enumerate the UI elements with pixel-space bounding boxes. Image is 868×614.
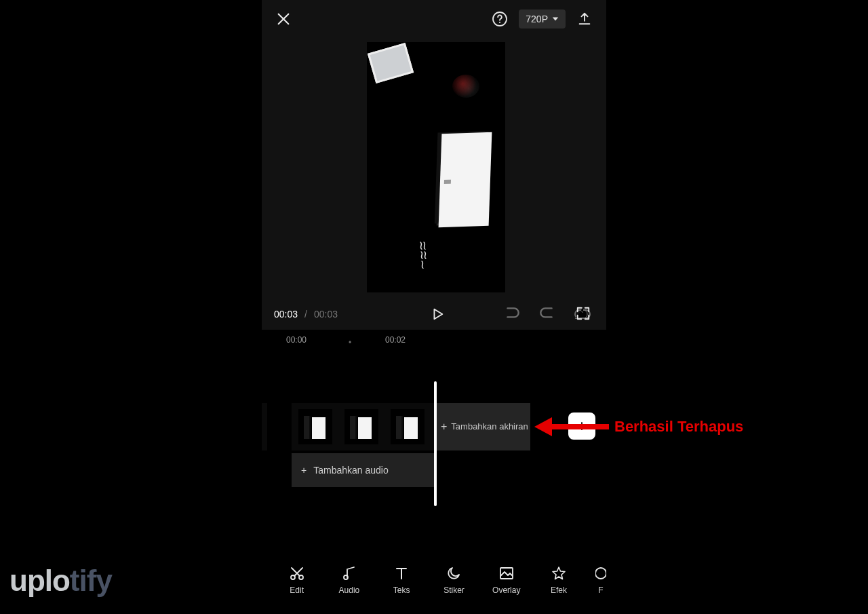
video-preview[interactable]: ≀≀≀≀≀ bbox=[367, 42, 505, 292]
tab-label: Edit bbox=[290, 586, 304, 595]
editor-pane: 720P ≀≀≀≀≀ 00:03 / 00:03 bbox=[262, 0, 606, 614]
total-time: 00:03 bbox=[314, 309, 338, 320]
video-clip[interactable] bbox=[292, 403, 434, 450]
tab-edit[interactable]: Edit bbox=[281, 565, 313, 595]
tab-label: F bbox=[598, 586, 603, 595]
tab-text[interactable]: Teks bbox=[386, 565, 418, 595]
undo-button[interactable] bbox=[503, 304, 522, 323]
clip-thumbnail bbox=[298, 409, 332, 444]
timeline[interactable]: + Tambahkan akhiran + + Tambahkan audio bbox=[262, 380, 606, 506]
plus-icon: + bbox=[577, 417, 587, 436]
image-icon bbox=[498, 565, 515, 581]
export-button[interactable] bbox=[575, 9, 594, 28]
export-icon bbox=[577, 12, 592, 26]
chevron-down-icon bbox=[552, 16, 559, 22]
tab-label: Audio bbox=[339, 586, 360, 595]
bottom-toolbar: Edit Audio Teks Stiker Overlay Efek F bbox=[262, 556, 606, 604]
text-icon bbox=[393, 565, 410, 581]
preview-object: ≀≀≀≀≀ bbox=[418, 239, 441, 283]
help-button[interactable] bbox=[490, 9, 509, 28]
current-time: 00:03 bbox=[274, 309, 298, 320]
add-ending-label: Tambahkan akhiran bbox=[451, 421, 528, 432]
preview-panel: 720P ≀≀≀≀≀ 00:03 / 00:03 bbox=[262, 0, 606, 330]
watermark-part-b: tify bbox=[70, 564, 112, 597]
add-ending-button[interactable]: + Tambahkan akhiran bbox=[434, 403, 530, 450]
annotation-text: Berhasil Terhapus bbox=[614, 418, 743, 436]
help-icon bbox=[492, 11, 508, 27]
clip-sliver[interactable] bbox=[262, 403, 267, 450]
tab-sticker[interactable]: Stiker bbox=[438, 565, 470, 595]
tab-label: Overlay bbox=[492, 586, 520, 595]
generic-icon bbox=[595, 565, 606, 581]
playhead[interactable] bbox=[434, 381, 437, 506]
plus-icon: + bbox=[441, 421, 447, 432]
ruler-tick-label: 00:02 bbox=[385, 335, 406, 345]
resolution-label: 720P bbox=[526, 14, 548, 24]
close-icon bbox=[276, 12, 291, 26]
plus-icon: + bbox=[301, 465, 307, 476]
top-bar: 720P bbox=[262, 0, 606, 38]
preview-object bbox=[452, 75, 479, 98]
add-media-button[interactable]: + bbox=[568, 412, 595, 440]
redo-icon bbox=[538, 305, 555, 322]
svg-point-6 bbox=[595, 568, 606, 579]
clip-thumbnail bbox=[391, 409, 425, 444]
add-audio-button[interactable]: + Tambahkan audio bbox=[292, 453, 434, 487]
tab-label: Stiker bbox=[443, 586, 465, 595]
timeline-ruler[interactable]: 00:00 • 00:02 bbox=[278, 335, 590, 347]
redo-button[interactable] bbox=[537, 304, 556, 323]
music-icon bbox=[341, 565, 357, 581]
watermark-part-a: uplo bbox=[9, 564, 70, 597]
preview-object bbox=[368, 43, 414, 83]
close-button[interactable] bbox=[274, 9, 293, 28]
play-button[interactable] bbox=[428, 305, 447, 324]
scissors-icon bbox=[289, 565, 305, 581]
fullscreen-button[interactable] bbox=[574, 304, 593, 323]
add-audio-label: Tambahkan audio bbox=[313, 465, 389, 476]
star-icon bbox=[551, 565, 567, 581]
tab-overlay[interactable]: Overlay bbox=[490, 565, 522, 595]
tab-cutoff[interactable]: F bbox=[595, 565, 606, 595]
ruler-tick-dot: • bbox=[349, 338, 351, 347]
undo-icon bbox=[504, 305, 521, 322]
ruler-tick-label: 00:00 bbox=[286, 335, 307, 345]
moon-icon bbox=[446, 565, 462, 581]
watermark: uplotify bbox=[9, 564, 112, 598]
play-icon bbox=[430, 307, 445, 322]
tab-audio[interactable]: Audio bbox=[333, 565, 365, 595]
svg-point-1 bbox=[499, 22, 500, 23]
resolution-selector[interactable]: 720P bbox=[519, 9, 566, 28]
clip-thumbnail bbox=[344, 409, 378, 444]
preview-object bbox=[439, 132, 492, 228]
tab-effects[interactable]: Efek bbox=[542, 565, 574, 595]
fullscreen-icon bbox=[576, 306, 591, 321]
tab-label: Teks bbox=[393, 586, 410, 595]
tab-label: Efek bbox=[551, 586, 567, 595]
time-separator: / bbox=[302, 309, 310, 320]
